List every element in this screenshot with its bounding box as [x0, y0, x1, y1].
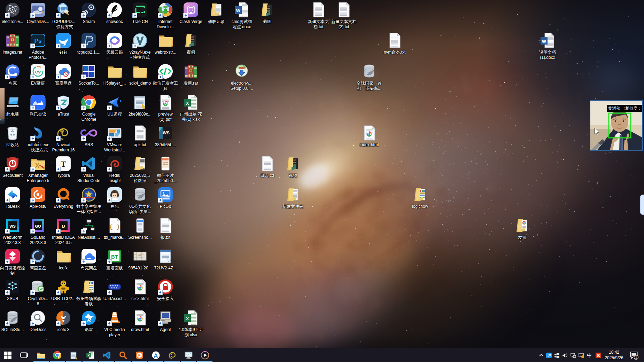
svg-text:IJ: IJ — [62, 224, 65, 228]
svg-text:Ps: Ps — [34, 38, 42, 44]
svg-text:中: 中 — [587, 353, 592, 358]
svg-text:GO: GO — [35, 224, 41, 228]
svg-text:X: X — [186, 101, 189, 106]
svg-text:BT: BT — [111, 254, 118, 260]
svg-text:ev: ev — [35, 69, 41, 74]
svg-text:黄润秋 （相似度： 0.: 黄润秋 （相似度： 0. — [608, 106, 642, 110]
svg-text:{ }: { } — [109, 224, 120, 230]
svg-text:T: T — [61, 159, 66, 168]
svg-text:WS: WS — [9, 224, 16, 228]
svg-text:X: X — [87, 354, 90, 357]
svg-text:W: W — [542, 39, 546, 44]
svg-text:1: 1 — [635, 355, 637, 359]
svg-text:X: X — [186, 316, 189, 321]
svg-text:WS: WS — [163, 131, 169, 135]
svg-text:W: W — [236, 8, 241, 13]
svg-text:X: X — [35, 162, 39, 169]
